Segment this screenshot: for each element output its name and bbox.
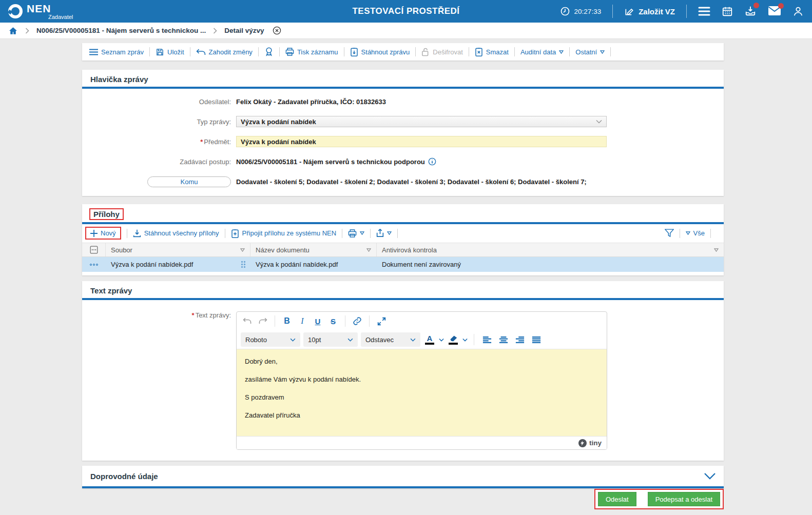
filter-funnel-icon[interactable] xyxy=(665,229,674,237)
row-menu-cell[interactable] xyxy=(82,257,106,272)
triangle-down-icon xyxy=(686,231,690,235)
calendar-icon[interactable] xyxy=(722,6,733,17)
block-format-dropdown[interactable]: Odstavec xyxy=(361,332,420,347)
chevron-down-icon[interactable] xyxy=(439,338,444,342)
info-circle-icon[interactable] xyxy=(428,157,436,166)
fullscreen-icon[interactable] xyxy=(375,314,388,328)
cell-nazev-dokumentu[interactable]: Výzva k podání nabídek.pdf xyxy=(250,257,377,272)
certificate-button[interactable] xyxy=(264,47,274,57)
komu-button[interactable]: Komu xyxy=(147,176,231,187)
typ-zpravy-select[interactable]: Výzva k podání nabídek xyxy=(236,116,607,127)
font-size-dropdown[interactable]: 10pt xyxy=(303,332,358,347)
drag-handle-icon[interactable] xyxy=(241,261,245,268)
vse-filter-dropdown[interactable]: Vše xyxy=(686,229,705,237)
editor-status-bar: tiny xyxy=(237,436,607,449)
redo-icon[interactable] xyxy=(256,314,269,328)
chevron-right-icon xyxy=(213,28,217,34)
print-dropdown[interactable] xyxy=(348,229,364,237)
messages-badge xyxy=(778,3,784,9)
undo-icon[interactable] xyxy=(241,314,254,328)
zahodit-zmeny-button[interactable]: Zahodit změny xyxy=(196,48,253,56)
strikethrough-button[interactable]: S xyxy=(326,314,340,328)
printer-icon xyxy=(285,48,294,56)
chevron-down-icon[interactable] xyxy=(462,338,468,342)
tisk-zaznamu-label: Tisk záznamu xyxy=(297,48,338,56)
downloads-button[interactable] xyxy=(744,5,757,18)
toolbar-separator xyxy=(397,229,398,238)
editor-toolbar-row2: Roboto 10pt Odstavec A xyxy=(237,330,607,349)
font-family-dropdown[interactable]: Roboto xyxy=(241,332,300,347)
toolbar-separator xyxy=(469,47,469,56)
desifrovat-label: Dešifrovat xyxy=(433,48,463,56)
section-prilohy: Přílohy Nový Stáhnout všechny přílohy Př… xyxy=(82,204,724,275)
seznam-zprav-button[interactable]: Seznam zpráv xyxy=(89,48,144,56)
block-format-value: Odstavec xyxy=(365,336,394,344)
text-color-swatch xyxy=(425,343,434,345)
required-asterisk: * xyxy=(200,138,203,146)
desifrovat-button[interactable]: Dešifrovat xyxy=(421,48,463,56)
tisk-zaznamu-button[interactable]: Tisk záznamu xyxy=(285,48,338,56)
triangle-down-icon xyxy=(360,231,364,235)
column-filter-icon[interactable] xyxy=(240,248,245,252)
odeslat-button[interactable]: Odeslat xyxy=(598,492,636,506)
section-title: Doprovodné údaje xyxy=(90,472,158,481)
align-center-icon[interactable] xyxy=(497,333,510,346)
underline-button[interactable]: U xyxy=(311,314,324,328)
editor-toolbar-row1: B I U S xyxy=(237,312,607,330)
unlock-icon xyxy=(421,48,430,56)
clipboard-attach-icon xyxy=(231,229,239,238)
breadcrumb: N006/25/V00005181 - Nájem serverů s tech… xyxy=(0,23,812,39)
auditni-data-dropdown[interactable]: Auditní data xyxy=(520,48,564,56)
align-right-icon[interactable] xyxy=(513,333,527,346)
seznam-zprav-label: Seznam zpráv xyxy=(101,48,144,56)
messages-button[interactable] xyxy=(768,6,781,17)
highlight-color-button[interactable] xyxy=(447,333,459,346)
section-doprovodne-udaje: Doprovodné údaje xyxy=(82,466,724,488)
column-header-nazev-dokumentu[interactable]: Název dokumentu xyxy=(250,243,377,256)
ostatni-dropdown[interactable]: Ostatní xyxy=(575,48,605,56)
home-icon[interactable] xyxy=(8,26,18,35)
stahnout-zpravu-label: Stáhnout zprávu xyxy=(361,48,410,56)
editor-line: zasíláme Vám výzvu k podání nabídek. xyxy=(245,375,598,383)
smazat-button[interactable]: Smazat xyxy=(475,47,509,56)
undo-arrow-icon xyxy=(196,48,206,56)
ulozit-button[interactable]: Uložit xyxy=(156,48,184,56)
table-row[interactable]: Výzva k podání nabídek.pdf Výzva k podán… xyxy=(82,257,724,272)
align-justify-icon[interactable] xyxy=(530,333,543,346)
breadcrumb-item-procedure[interactable]: N006/25/V00005181 - Nájem serverů s tech… xyxy=(36,27,206,34)
close-tab-icon[interactable] xyxy=(273,26,281,35)
section-title: Přílohy xyxy=(89,208,124,220)
printer-icon xyxy=(348,229,357,237)
italic-button[interactable]: I xyxy=(296,314,309,328)
stahnout-vsechny-button[interactable]: Stáhnout všechny přílohy xyxy=(133,229,219,237)
expand-chevron-icon[interactable] xyxy=(704,473,716,480)
clipboard-download-icon xyxy=(350,47,358,56)
column-settings-header[interactable] xyxy=(82,243,106,256)
nen-logo[interactable]: NEN Zadavatel xyxy=(8,3,73,20)
pripojit-nen-button[interactable]: Připojit přílohu ze systému NEN xyxy=(231,229,337,238)
novy-annotation: Nový xyxy=(85,227,121,240)
editor-content-area[interactable]: Dobrý den, zasíláme Vám výzvu k podání n… xyxy=(237,349,607,436)
section-rule xyxy=(82,486,724,488)
breadcrumb-item-detail[interactable]: Detail výzvy xyxy=(224,27,264,34)
user-icon[interactable] xyxy=(792,6,804,17)
export-dropdown[interactable] xyxy=(376,229,392,237)
bold-button[interactable]: B xyxy=(280,314,294,328)
podepsat-a-odeslat-button[interactable]: Podepsat a odeslat xyxy=(648,492,720,506)
link-icon[interactable] xyxy=(351,314,364,328)
cell-antivirova-kontrola[interactable]: Dokument není zavirovaný xyxy=(377,257,724,272)
menu-hamburger-icon[interactable] xyxy=(698,7,710,16)
cell-soubor[interactable]: Výzva k podání nabídek.pdf xyxy=(106,257,250,272)
logo-subtext: Zadavatel xyxy=(48,14,73,20)
align-left-icon[interactable] xyxy=(480,333,494,346)
column-filter-icon[interactable] xyxy=(714,248,719,252)
column-header-soubor[interactable]: Soubor xyxy=(106,243,250,256)
zalozit-vz-button[interactable]: Založit VZ xyxy=(624,6,675,16)
text-color-button[interactable]: A xyxy=(423,333,436,346)
predmet-input[interactable]: Výzva k podání nabídek xyxy=(236,136,607,147)
column-header-antivirova-kontrola[interactable]: Antivirová kontrola xyxy=(377,243,724,256)
stahnout-zpravu-button[interactable]: Stáhnout zprávu xyxy=(350,47,410,56)
column-filter-icon[interactable] xyxy=(366,248,371,252)
novy-button[interactable]: Nový xyxy=(90,229,116,237)
editor-line: Zadavatel příručka xyxy=(245,411,598,419)
